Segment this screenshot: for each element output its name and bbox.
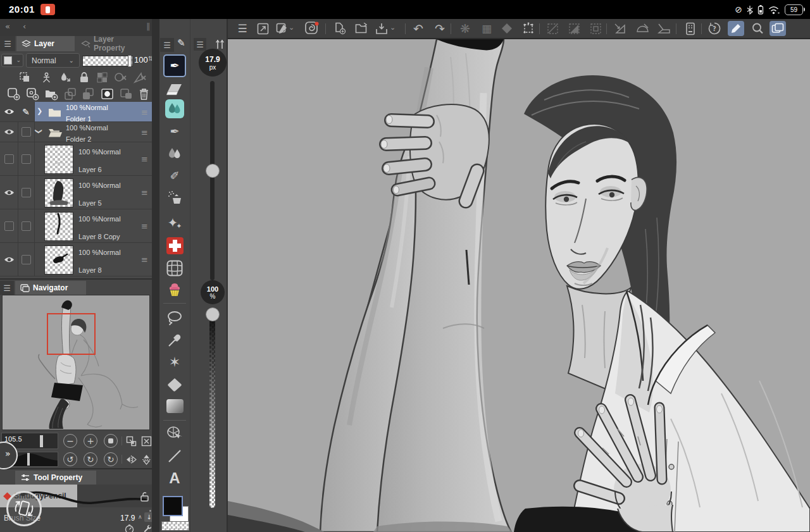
layer-panel-menu-button[interactable]: ☰ <box>0 36 15 51</box>
visibility-toggle[interactable] <box>0 243 18 276</box>
undo-button[interactable]: ↶ <box>410 21 427 36</box>
snap-to-ruler-button[interactable] <box>613 21 629 36</box>
layer-opacity-slider-handle[interactable] <box>128 55 132 67</box>
layer-row-folder-2[interactable]: ❯ 100 %Normal Folder 2 ≡ <box>0 122 152 142</box>
tool-cupcake-brush[interactable] <box>162 280 187 300</box>
chevron-down-icon[interactable]: ⌄ <box>289 24 305 39</box>
back-panel-icon[interactable]: ‹ <box>23 22 26 30</box>
visibility-toggle[interactable] <box>0 142 18 175</box>
visibility-toggle[interactable] <box>0 102 18 121</box>
zoom-out-button[interactable]: − <box>63 434 77 448</box>
deselect-button[interactable] <box>544 21 561 36</box>
edit-target-indicator[interactable] <box>18 176 35 209</box>
flip-horizontal-icon[interactable] <box>125 454 137 465</box>
reference-layer-icon[interactable] <box>39 70 53 84</box>
tool-red-cross-brush[interactable] <box>162 235 187 256</box>
unlock-icon[interactable] <box>139 491 149 502</box>
modifier-keypad-button[interactable] <box>682 21 699 36</box>
rotation-slider-handle[interactable] <box>27 453 30 466</box>
pen-settings-button[interactable] <box>273 21 290 36</box>
tool-watercolor[interactable] <box>162 144 187 164</box>
tool-pen-2[interactable]: ✒ <box>162 121 187 142</box>
snap-to-curve-ruler-button[interactable] <box>634 21 651 36</box>
delete-layer-icon[interactable] <box>137 87 151 101</box>
layer-row-layer-8[interactable]: 100 %Normal Layer 8 ≡ <box>0 243 152 276</box>
tool-pen[interactable]: ✒ <box>163 54 186 77</box>
tab-navigator[interactable]: Navigator <box>15 281 86 295</box>
brush-size-slider-handle[interactable] <box>206 164 220 178</box>
tool-perspective-grid[interactable] <box>162 258 187 278</box>
tool-text[interactable]: A <box>162 468 187 488</box>
caret-up-icon[interactable]: ∧ <box>138 514 142 520</box>
row-menu-icon[interactable]: ≡ <box>141 256 148 264</box>
row-menu-icon[interactable]: ≡ <box>141 128 148 136</box>
transfer-to-lower-layer-icon[interactable] <box>63 87 77 101</box>
tool-auto-select[interactable]: ✶ <box>162 352 187 373</box>
tool-eyedropper[interactable] <box>162 330 187 350</box>
draft-layer-icon[interactable] <box>133 70 147 84</box>
new-folder-icon[interactable] <box>44 87 58 101</box>
row-menu-icon[interactable]: ≡ <box>141 155 148 163</box>
layer-row-folder-1[interactable]: ✎ ❯ 100 %Normal Folder 1 ≡ <box>0 102 152 122</box>
collapse-dock-icon[interactable]: « <box>5 22 10 30</box>
toolbar-menu-button[interactable]: ☰ <box>160 38 174 52</box>
main-menu-button[interactable]: ☰ <box>234 21 251 36</box>
chevron-down-icon[interactable]: ⌄ <box>390 24 406 39</box>
rotate-ccw-button[interactable]: ↺ <box>63 452 77 466</box>
show-panels-button[interactable] <box>770 21 786 36</box>
apply-mask-icon[interactable] <box>119 87 133 101</box>
row-menu-icon[interactable]: ≡ <box>141 189 148 197</box>
brush-size-slider-track[interactable] <box>210 81 215 280</box>
slider-menu-button[interactable]: ☰ <box>194 38 206 51</box>
layer-thumbnail[interactable] <box>44 178 73 207</box>
lock-layer-icon[interactable] <box>77 70 91 84</box>
open-file-button[interactable] <box>353 21 370 36</box>
toolbar-edit-icon[interactable]: ✎ <box>177 39 185 48</box>
tool-eraser[interactable] <box>162 80 187 100</box>
dynamics-icon[interactable] <box>124 524 134 532</box>
edit-target-indicator[interactable] <box>18 142 35 175</box>
row-menu-icon[interactable]: ≡ <box>141 108 148 116</box>
tool-fill[interactable] <box>162 374 187 395</box>
visibility-toggle[interactable] <box>0 176 18 209</box>
navigator-view-rectangle[interactable] <box>47 313 96 355</box>
create-layer-mask-icon[interactable] <box>100 87 114 101</box>
foreground-color-swatch[interactable] <box>163 496 183 516</box>
layer-color-change-icon[interactable] <box>58 70 72 84</box>
row-menu-icon[interactable]: ≡ <box>141 222 148 230</box>
navigator-menu-button[interactable]: ☰ <box>0 281 14 295</box>
mixer-icon[interactable] <box>214 39 225 50</box>
tool-line[interactable] <box>162 446 187 466</box>
layer-opacity-value[interactable]: 100 <box>134 55 148 65</box>
visibility-toggle[interactable] <box>0 209 18 242</box>
merge-to-lower-layer-icon[interactable] <box>81 87 95 101</box>
tool-decoration[interactable]: ✦ ✦ <box>162 213 187 233</box>
rotate-device-overlay-button[interactable] <box>6 491 42 526</box>
layer-color-dropdown[interactable]: ⌄ <box>1 54 23 67</box>
clip-to-layer-below-icon[interactable] <box>18 70 32 84</box>
layer-opacity-slider[interactable] <box>82 56 133 66</box>
tool-airbrush[interactable] <box>162 188 187 208</box>
zoom-in-button[interactable]: + <box>84 434 97 448</box>
divider-grip-icon[interactable]: ‖ <box>146 22 151 30</box>
selection-border-button[interactable] <box>587 21 604 36</box>
snap-to-special-ruler-button[interactable] <box>656 21 672 36</box>
canvas[interactable] <box>228 39 810 532</box>
transform-button[interactable] <box>520 21 537 36</box>
flip-vertical-icon[interactable] <box>140 454 152 465</box>
edit-target-indicator[interactable] <box>18 243 35 276</box>
zoom-reset-button[interactable] <box>104 434 118 448</box>
fit-to-screen-icon[interactable] <box>125 435 137 447</box>
blend-mode-dropdown[interactable]: Normal ⌄ <box>26 53 80 68</box>
window-mode-button[interactable] <box>254 21 271 36</box>
collapse-chevron-icon[interactable]: ❯ <box>35 128 42 134</box>
tool-pen-3[interactable]: ✐ <box>162 166 187 186</box>
layer-row-layer-8-copy[interactable]: 100 %Normal Layer 8 Copy ≡ <box>0 209 152 243</box>
navigator-preview[interactable] <box>2 295 150 430</box>
tab-tool-property[interactable]: Tool Property <box>15 471 96 485</box>
delete-burst-button[interactable]: ❋ <box>457 21 473 36</box>
tool-gradient[interactable] <box>162 397 187 417</box>
wrench-icon[interactable] <box>142 524 152 532</box>
opacity-slider-track[interactable] <box>209 319 215 508</box>
tab-layer-property[interactable]: Layer Property <box>76 36 152 51</box>
